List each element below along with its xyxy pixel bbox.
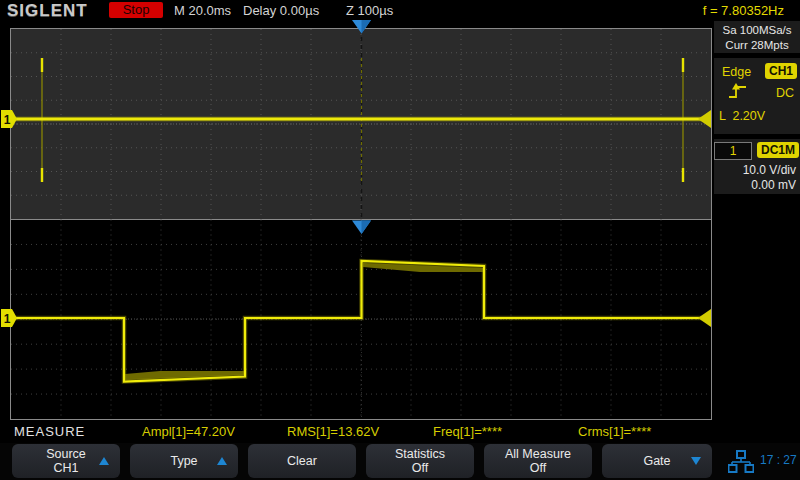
button-label: Clear (287, 454, 317, 468)
svg-text:1: 1 (4, 312, 11, 326)
trigger-source-badge: CH1 (765, 63, 797, 79)
button-value: CH1 (53, 461, 78, 475)
acquisition-status-badge: Stop (109, 2, 163, 18)
measurement-ampl: Ampl[1]=47.20V (142, 424, 235, 439)
clock: 17 : 27 (760, 453, 797, 467)
right-sidebar: Sa 100MSa/s Curr 28Mpts Edge CH1 DC L 2.… (712, 20, 800, 420)
clear-button[interactable]: Clear (248, 444, 356, 478)
trigger-type: Edge (722, 65, 751, 79)
channel-number-box: 1 (714, 142, 752, 160)
softkey-menu-bar: Source CH1 Type Clear Statistics Off All… (0, 443, 800, 480)
trigger-level: L 2.20V (719, 109, 765, 123)
button-label: Source (46, 447, 86, 461)
sample-rate: Sa 100MSa/s (714, 23, 800, 38)
channel-descriptor-panel[interactable]: 1 DC1M 10.0 V/div 0.00 mV (714, 139, 800, 194)
timebase-readout: M 20.0ms (174, 3, 231, 18)
button-label: Type (170, 454, 197, 468)
up-arrow-icon (99, 457, 109, 465)
measurement-crms: Crms[1]=**** (578, 424, 651, 439)
button-label: All Measure (505, 447, 571, 461)
brand-logo: SIGLENT (7, 1, 88, 21)
frequency-counter-readout: f = 7.80352Hz (703, 3, 784, 18)
button-value: Off (412, 461, 428, 475)
trigger-coupling: DC (776, 86, 794, 100)
button-label: Gate (643, 454, 670, 468)
measure-title: MEASURE (14, 424, 85, 439)
measurement-freq: Freq[1]=**** (433, 424, 502, 439)
button-label: Statistics (395, 447, 445, 461)
measurement-bar: MEASURE Ampl[1]=47.20V RMS[1]=13.62V Fre… (0, 420, 800, 443)
channel-coupling-badge: DC1M (757, 142, 799, 158)
delay-readout: Delay 0.00µs (243, 3, 319, 18)
channel-offset: 0.00 mV (751, 178, 796, 192)
gate-button[interactable]: Gate (602, 444, 712, 478)
all-measure-button[interactable]: All Measure Off (484, 444, 592, 478)
acquisition-info-panel: Sa 100MSa/s Curr 28Mpts (714, 21, 800, 53)
up-arrow-icon (217, 457, 227, 465)
top-status-bar: SIGLENT Stop M 20.0ms Delay 0.00µs Z 100… (0, 0, 800, 20)
svg-text:1: 1 (4, 113, 11, 127)
trigger-info-panel[interactable]: Edge CH1 DC L 2.20V (714, 58, 800, 134)
memory-depth: Curr 28Mpts (714, 38, 800, 53)
button-value: Off (530, 461, 546, 475)
zoom-scale-readout: Z 100µs (346, 3, 393, 18)
network-icon (728, 449, 754, 475)
channel-scale: 10.0 V/div (743, 163, 796, 177)
type-button[interactable]: Type (130, 444, 238, 478)
rising-edge-icon (728, 82, 748, 100)
down-arrow-icon (691, 457, 701, 465)
oscilloscope-screen: SIGLENT Stop M 20.0ms Delay 0.00µs Z 100… (0, 0, 800, 480)
measurement-rms: RMS[1]=13.62V (287, 424, 379, 439)
waveform-display: 1 1 (0, 20, 714, 420)
statistics-button[interactable]: Statistics Off (366, 444, 474, 478)
source-button[interactable]: Source CH1 (12, 444, 120, 478)
